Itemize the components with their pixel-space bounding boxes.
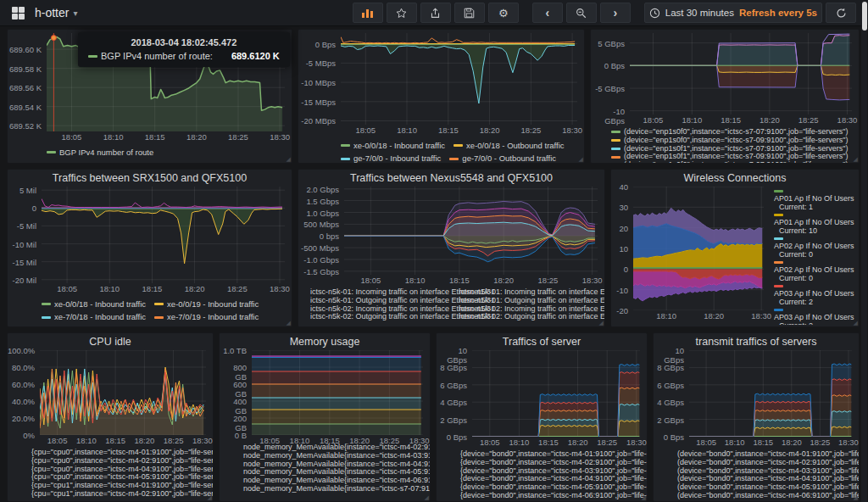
panel-resize-handle[interactable]: ◢ <box>854 156 858 163</box>
panel-srx: Traffics between SRX1500 and QFX51005 Mi… <box>7 169 292 327</box>
graph-canvas[interactable] <box>633 187 764 310</box>
graph-canvas[interactable] <box>341 33 577 125</box>
legend-series-label: xe-0/0/19 - Inbound traffic <box>167 298 259 310</box>
legend-item[interactable]: xe-0/0/18 - Inbound traffic <box>341 140 445 152</box>
time-forward-button[interactable]: › <box>600 3 631 23</box>
legend-item[interactable]: BGP IPv4 number of route <box>47 147 153 159</box>
save-button[interactable] <box>454 3 485 23</box>
legend-item[interactable]: {cpu="cpu1",instance="ictsc-m4-02:9100",… <box>28 490 213 499</box>
y-axis-tick-label: 500 Mbps <box>298 220 339 229</box>
legend-item[interactable]: xe-7/0/18 - Inbound traffic <box>42 311 146 323</box>
graph-canvas[interactable] <box>42 187 285 283</box>
graph-canvas[interactable] <box>472 350 640 437</box>
legend-item[interactable]: xe-0/0/18 - Inbound traffic <box>42 298 146 310</box>
panel-resize-handle[interactable]: ◢ <box>579 156 583 163</box>
legend-series-label: ge-7/0/0 - Inbound traffic <box>353 153 441 164</box>
legend-series-dash <box>611 131 620 133</box>
panel-title[interactable]: Traffics between Nexus5548 and QFX5100 <box>298 170 604 187</box>
series-area <box>252 424 421 435</box>
legend-current-value: Current: 10 <box>779 226 855 235</box>
legend-item[interactable]: xe-7/0/19 - Inbound traffic <box>154 311 259 323</box>
panel-resize-handle[interactable]: ◢ <box>287 156 291 163</box>
y-axis-tick-label: 689.60 K <box>8 45 42 54</box>
legend-item[interactable]: AP01 Ap If No Of Users 5 GHzCurrent: 10 <box>774 214 855 235</box>
zoom-out-button[interactable] <box>566 3 597 23</box>
chevron-down-icon[interactable]: ▾ <box>73 8 77 18</box>
legend-item[interactable]: ge-7/0/0 - Outbound traffic <box>449 153 556 164</box>
legend: xe-0/0/18 - Inbound trafficxe-0/0/19 - I… <box>8 295 292 327</box>
legend-item[interactable]: xe-0/0/18 - Outbound traffic <box>42 325 152 328</box>
series-area <box>42 208 282 263</box>
share-button[interactable] <box>420 3 451 23</box>
settings-button[interactable]: ⚙ <box>488 3 519 23</box>
graph-canvas[interactable] <box>344 187 598 275</box>
legend-item[interactable]: ictsc-n5k-02: Outgoing traffic on interf… <box>307 313 456 321</box>
legend-item[interactable]: xe-0/0/19 - Inbound traffic <box>154 298 259 310</box>
legend-series-dash <box>774 190 783 192</box>
panel-resize-handle[interactable]: ◢ <box>854 320 858 326</box>
legend-item[interactable]: (device="bond0",instance="ictsc-m4-06:91… <box>674 492 859 500</box>
panel-resize-handle[interactable]: ◢ <box>425 494 429 501</box>
legend-item[interactable]: xe-0/0/18 - Outbound traffic <box>453 140 564 152</box>
panel-resize-handle[interactable]: ◢ <box>599 320 604 326</box>
add-panel-button[interactable] <box>353 3 383 23</box>
legend-item[interactable]: ge-7/0/0 - Inbound traffic <box>341 153 441 164</box>
panel-resize-handle[interactable]: ◢ <box>642 494 646 501</box>
grafana-logo-icon[interactable] <box>12 7 25 20</box>
x-axis-tick-label: 18:10 <box>95 284 124 293</box>
time-back-button[interactable]: ‹ <box>532 3 563 23</box>
y-axis-tick-label: 1.0 Gbps <box>298 209 339 218</box>
legend-series-label: xe-0/0/18 - Inbound traffic <box>353 140 445 152</box>
x-axis-tick-label: 18:05 <box>356 276 385 285</box>
refresh-button[interactable] <box>826 3 856 23</box>
legend-series-label: (device="enp1s0f0",instance="ictsc-s7-07… <box>624 161 849 164</box>
legend-item[interactable]: AP01 Ap If No Of Users 2.4 GHzCurrent: 1 <box>774 190 855 211</box>
panel-title[interactable]: Wireless Connections <box>611 170 859 187</box>
scrollbar-thumb[interactable] <box>862 2 867 31</box>
legend-item[interactable]: AP02 Ap If No Of Users 2.4 GHzCurrent: 0 <box>774 237 855 259</box>
panel-resize-handle[interactable]: ◢ <box>208 494 212 501</box>
panel-title[interactable]: Traffics between SRX1500 and QFX5100 <box>8 170 292 187</box>
legend-series-dash <box>611 148 620 150</box>
legend-item[interactable]: {device="bond0",instance="ictsc-m4-06:91… <box>457 492 647 500</box>
legend-item[interactable]: ictsc-n5k-02: Outgoing traffic on interf… <box>456 313 605 321</box>
panel-title[interactable]: Traffics of server <box>437 333 647 350</box>
panel-resize-handle[interactable]: ◢ <box>854 494 858 501</box>
panel-title[interactable]: CPU idle <box>8 333 213 350</box>
graph-canvas[interactable] <box>252 350 423 435</box>
legend-current-value: Current: 2 <box>779 298 855 306</box>
y-axis-tick-label: 0 bps <box>298 231 339 241</box>
legend-current-value: Current: 2 <box>779 321 855 325</box>
legend-series-dash <box>611 139 620 142</box>
graph-canvas[interactable] <box>630 33 852 114</box>
tooltip-series-label: BGP IPv4 number of route: <box>101 51 213 61</box>
series-area <box>630 65 849 100</box>
legend-item[interactable]: node_memory_MemAvailable{instance="ictsc… <box>240 485 430 494</box>
legend-item[interactable]: xe-0/0/19 - Outbound traffic <box>160 325 270 328</box>
x-axis-tick-label: 18:15 <box>137 284 166 293</box>
dashboard-title[interactable]: h-otter <box>35 6 69 20</box>
time-picker-button[interactable]: Last 30 minutes Refresh every 5s <box>644 3 822 23</box>
legend-item[interactable]: AP03 Ap If No Of Users 2.4 GHzCurrent: 2 <box>774 285 855 306</box>
panel-title[interactable]: transmit traffics of servers <box>654 333 859 350</box>
legend-item[interactable]: AP02 Ap If No Of Users 5 GHzCurrent: 0 <box>774 261 855 282</box>
chevron-right-icon: › <box>613 8 617 17</box>
legend-item[interactable]: (device="enp1s0f0",instance="ictsc-s7-07… <box>611 161 859 164</box>
refresh-icon <box>836 8 847 19</box>
x-axis-tick-label: 18:15 <box>716 115 745 125</box>
panel-title[interactable]: Memory usage <box>220 333 430 350</box>
graph-canvas[interactable] <box>689 350 852 437</box>
y-axis-tick-label: 8 GBps <box>437 363 467 372</box>
y-axis-tick-label: 689.54 K <box>8 103 42 112</box>
graph-canvas[interactable] <box>40 350 206 435</box>
legend-series-label: node_memory_MemAvailable{instance="ictsc… <box>243 485 431 494</box>
x-axis-tick-label: 18:05 <box>476 438 504 447</box>
star-button[interactable] <box>387 3 417 23</box>
x-axis-tick-label: 18:05 <box>255 436 284 445</box>
y-axis-tick-label: 689.56 K <box>8 83 42 92</box>
scrollbar-track[interactable] <box>861 0 867 502</box>
series-area <box>341 44 575 103</box>
legend-item[interactable]: AP03 Ap If No Of Users 5 GHzCurrent: 2 <box>774 309 855 325</box>
y-axis-tick-label: 0 <box>8 204 36 213</box>
panel-resize-handle[interactable]: ◢ <box>287 320 291 326</box>
